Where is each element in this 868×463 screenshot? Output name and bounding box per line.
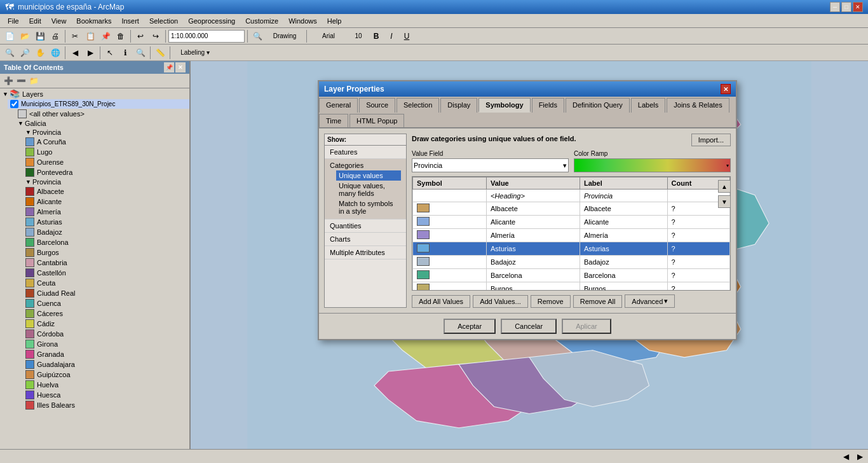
toc-pontevedra[interactable]: Pontevedra	[23, 167, 189, 177]
match-symbols-label[interactable]: Match to symbols in a style	[336, 198, 401, 216]
maximize-button[interactable]: □	[841, 2, 851, 12]
toc-ciudad-real[interactable]: Ciudad Real	[23, 288, 189, 298]
pan-button[interactable]: ✋	[33, 46, 47, 60]
drawing-dropdown[interactable]: Drawing	[266, 29, 304, 43]
select-button[interactable]: ↖	[103, 46, 117, 60]
table-row-selected[interactable]: Asturias Asturias ?	[413, 242, 730, 256]
toc-guipuzcoa[interactable]: Guipúzcoa	[23, 370, 189, 380]
unique-values-many-label[interactable]: Unique values, many fields	[336, 181, 401, 198]
tab-selection[interactable]: Selection	[397, 98, 439, 113]
toc-caceres[interactable]: Cáceres	[23, 308, 189, 319]
measure-button[interactable]: 📏	[153, 46, 167, 60]
undo-button[interactable]: ↩	[133, 29, 147, 43]
toc-badajoz[interactable]: Badajoz	[23, 227, 189, 237]
color-ramp-select[interactable]: ▾	[574, 158, 731, 172]
tab-labels[interactable]: Labels	[631, 98, 665, 113]
left-multiple-attributes[interactable]: Multiple Attributes	[325, 246, 406, 259]
tab-source[interactable]: Source	[359, 98, 395, 113]
menu-windows[interactable]: Windows	[283, 16, 322, 26]
dialog-close-button[interactable]: ✕	[721, 84, 731, 94]
move-down-button[interactable]: ▼	[718, 195, 731, 208]
unique-values-label[interactable]: Unique values	[336, 170, 401, 181]
forward-button[interactable]: ▶	[83, 46, 97, 60]
back-button[interactable]: ◀	[68, 46, 82, 60]
tab-joins-relates[interactable]: Joins & Relates	[667, 98, 729, 113]
ok-button[interactable]: Aceptar	[444, 319, 496, 334]
status-btn2[interactable]: ▶	[854, 451, 865, 462]
toc-pin-button[interactable]: 📌	[164, 62, 174, 73]
left-quantities[interactable]: Quantities	[325, 219, 406, 233]
identify-button[interactable]: ℹ	[118, 46, 132, 60]
open-button[interactable]: 📂	[18, 29, 32, 43]
toc-a-coruna[interactable]: A Coruña	[23, 137, 189, 147]
minimize-button[interactable]: ─	[830, 2, 840, 12]
menu-customize[interactable]: Customize	[240, 16, 283, 26]
toc-granada[interactable]: Granada	[23, 349, 189, 359]
cut-button[interactable]: ✂	[68, 29, 82, 43]
left-charts[interactable]: Charts	[325, 233, 406, 246]
toc-galicia-group[interactable]: ▼ Galicia	[15, 119, 189, 128]
move-up-button[interactable]: ▲	[718, 180, 731, 193]
table-row[interactable]: Alicante Alicante ?	[413, 216, 730, 229]
close-button[interactable]: ✕	[853, 2, 863, 12]
save-button[interactable]: 💾	[33, 29, 47, 43]
toc-cantabria[interactable]: Cantabria	[23, 258, 189, 268]
left-categories[interactable]: Categories Unique values Unique values, …	[325, 159, 406, 219]
toc-girona[interactable]: Girona	[23, 339, 189, 349]
toc-close-button[interactable]: ✕	[175, 62, 186, 73]
menu-selection[interactable]: Selection	[144, 16, 183, 26]
table-row[interactable]: Badajoz Badajoz ?	[413, 256, 730, 269]
heading-row[interactable]: <Heading> Provincia	[413, 190, 730, 202]
toc-all-other-values[interactable]: <all other values>	[15, 109, 189, 119]
font-dropdown[interactable]: Arial	[309, 29, 348, 43]
toc-lugo[interactable]: Lugo	[23, 147, 189, 157]
remove-all-button[interactable]: Remove All	[573, 295, 623, 308]
find-button[interactable]: 🔍	[133, 46, 147, 60]
menu-view[interactable]: View	[46, 16, 72, 26]
toc-alicante[interactable]: Alicante	[23, 197, 189, 207]
status-btn1[interactable]: ◀	[840, 451, 851, 462]
menu-geoprocessing[interactable]: Geoprocessing	[183, 16, 240, 26]
toc-cadiz[interactable]: Cádiz	[23, 319, 189, 329]
toc-provincia-group2[interactable]: ▼ Provincia	[23, 177, 189, 186]
toc-layers-group[interactable]: ▼ 📚 Layers	[0, 88, 189, 99]
scale-box[interactable]: 1:10.000.000	[168, 30, 245, 43]
menu-edit[interactable]: Edit	[24, 16, 46, 26]
full-extent-button[interactable]: 🌐	[48, 46, 62, 60]
new-button[interactable]: 📄	[3, 29, 17, 43]
copy-button[interactable]: 📋	[83, 29, 97, 43]
toc-cuenca[interactable]: Cuenca	[23, 298, 189, 308]
left-features[interactable]: Features	[325, 146, 406, 159]
table-row[interactable]: Burgos Burgos ?	[413, 282, 730, 291]
table-row[interactable]: Almería Almería ?	[413, 229, 730, 242]
toc-illes-balears[interactable]: Illes Balears	[23, 400, 189, 410]
remove-button[interactable]: Remove	[531, 295, 571, 308]
delete-button[interactable]: 🗑	[114, 29, 128, 43]
toc-barcelona[interactable]: Barcelona	[23, 237, 189, 247]
tab-display[interactable]: Display	[440, 98, 477, 113]
italic-button[interactable]: I	[384, 29, 398, 43]
add-all-values-button[interactable]: Add All Values	[412, 295, 470, 308]
toc-main-layer[interactable]: Municipios_ETRS89_30N_Projec	[8, 99, 189, 109]
toc-remove-layer-button[interactable]: ➖	[15, 75, 27, 86]
map-area[interactable]: Layer Properties ✕ General Source Select…	[191, 61, 868, 449]
menu-bookmarks[interactable]: Bookmarks	[71, 16, 116, 26]
toc-guadalajara[interactable]: Guadalajara	[23, 359, 189, 370]
tab-general[interactable]: General	[319, 98, 358, 113]
unique-values-item[interactable]: Unique values Unique values, many fields…	[330, 169, 401, 216]
menu-insert[interactable]: Insert	[116, 16, 144, 26]
toc-albacete[interactable]: Albacete	[23, 186, 189, 197]
toc-ourense[interactable]: Ourense	[23, 157, 189, 167]
font-size-dropdown[interactable]: 10	[349, 29, 368, 43]
symbology-table-container[interactable]: Symbol Value Label Count	[412, 176, 731, 291]
toc-ceuta[interactable]: Ceuta	[23, 278, 189, 288]
layer-checkbox[interactable]	[10, 100, 18, 108]
add-values-button[interactable]: Add Values...	[473, 295, 528, 308]
toc-burgos[interactable]: Burgos	[23, 247, 189, 258]
apply-button[interactable]: Aplicar	[562, 319, 611, 334]
table-row[interactable]: Barcelona Barcelona ?	[413, 269, 730, 282]
toc-provincia-group[interactable]: ▼ Provincia	[23, 128, 189, 137]
toc-huesca[interactable]: Huesca	[23, 390, 189, 400]
value-field-select[interactable]: Provincia ▾	[412, 158, 569, 172]
toc-scroll[interactable]: ▼ 📚 Layers Municipios_ETRS89_30N_Projec …	[0, 88, 189, 449]
